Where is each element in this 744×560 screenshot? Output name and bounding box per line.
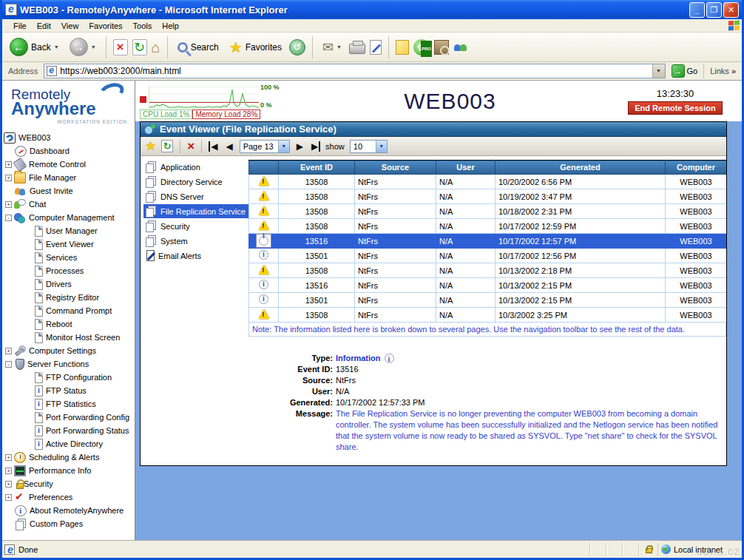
sidebar-item-dashboard[interactable]: Dashboard: [2, 144, 135, 158]
collapse-icon[interactable]: -: [5, 361, 12, 368]
sidebar-item-reboot[interactable]: Reboot: [2, 317, 135, 331]
event-row[interactable]: 13508NtFrsN/A10/13/2002 2:18 PMWEB003: [249, 263, 727, 278]
event-row[interactable]: 13508NtFrsN/A10/17/2002 12:59 PMWEB003: [249, 219, 727, 234]
event-row[interactable]: 13516NtFrsN/A10/17/2002 12:57 PMWEB003: [249, 234, 727, 249]
expand-icon[interactable]: +: [5, 175, 12, 181]
close-button[interactable]: ✕: [723, 2, 739, 18]
next-page-button[interactable]: ▶: [295, 141, 305, 152]
icq-button[interactable]: ✿PRO: [413, 39, 430, 55]
forward-dropdown-icon[interactable]: ▼: [91, 44, 96, 50]
sidebar-item-command-prompt[interactable]: Command Prompt: [2, 304, 135, 317]
event-row[interactable]: 13501NtFrsN/A10/17/2002 12:56 PMWEB003: [249, 249, 727, 263]
expand-icon[interactable]: +: [5, 348, 12, 354]
sidebar-item-custom-pages[interactable]: Custom Pages: [2, 517, 135, 530]
print-button[interactable]: [349, 44, 365, 54]
previous-page-button[interactable]: ◀: [224, 141, 234, 152]
column-user[interactable]: User: [436, 161, 496, 175]
log-category-application[interactable]: Application: [143, 160, 248, 174]
end-remote-session-button[interactable]: End Remote Session: [628, 101, 722, 115]
sidebar-item-computer-management[interactable]: -Computer Management: [2, 211, 135, 224]
go-button[interactable]: → Go: [669, 64, 701, 78]
sidebar-item-server-functions[interactable]: -Server Functions: [2, 357, 135, 371]
sidebar-item-registry-editor[interactable]: Registry Editor: [2, 291, 135, 304]
expand-icon[interactable]: +: [5, 481, 12, 488]
event-row[interactable]: 13508NtFrsN/A10/18/2002 2:31 PMWEB003: [249, 204, 727, 219]
title-bar[interactable]: WEB003 - RemotelyAnywhere - Microsoft In…: [2, 0, 742, 19]
refresh-button[interactable]: ↻: [132, 39, 147, 55]
sidebar-item-ftp-status[interactable]: FTP Status: [2, 384, 135, 397]
messenger-button[interactable]: [453, 40, 468, 55]
sidebar-item-web003[interactable]: WEB003: [2, 131, 135, 144]
edit-button[interactable]: [370, 40, 382, 55]
favorite-star-icon[interactable]: ★: [145, 138, 156, 154]
mail-dropdown-icon[interactable]: ▼: [337, 44, 342, 50]
detail-value[interactable]: Information: [336, 353, 394, 364]
last-page-button[interactable]: ▶: [310, 141, 320, 152]
home-button[interactable]: ⌂: [152, 40, 160, 55]
expand-icon[interactable]: +: [5, 494, 12, 501]
column-computer[interactable]: Computer: [666, 161, 727, 175]
collapse-icon[interactable]: -: [5, 215, 12, 221]
sidebar-item-guest-invite[interactable]: Guest Invite: [2, 184, 135, 198]
sidebar-item-remote-control[interactable]: +Remote Control: [2, 158, 135, 171]
sidebar-item-drivers[interactable]: Drivers: [2, 277, 135, 291]
sidebar-item-port-forwarding-status[interactable]: Port Forwarding Status: [2, 424, 135, 437]
menu-item-edit[interactable]: Edit: [32, 21, 56, 31]
show-count-select[interactable]: 10 ▼: [350, 140, 388, 153]
address-input[interactable]: https://web003:2000/main.html ▼: [44, 64, 665, 78]
forward-button[interactable]: → ▼: [67, 36, 99, 58]
column-generated[interactable]: Generated: [496, 161, 666, 175]
favorites-button[interactable]: ★ Favorites: [226, 37, 285, 58]
sidebar-item-ftp-statistics[interactable]: FTP Statistics: [2, 397, 135, 411]
event-row[interactable]: 13516NtFrsN/A10/13/2002 2:15 PMWEB003: [249, 278, 727, 293]
expand-icon[interactable]: +: [5, 454, 12, 461]
sidebar-item-services[interactable]: Services: [2, 251, 135, 264]
back-dropdown-icon[interactable]: ▼: [54, 44, 59, 50]
address-dropdown-icon[interactable]: ▼: [652, 64, 665, 78]
search-button[interactable]: Search: [175, 41, 222, 54]
minimize-button[interactable]: _: [689, 2, 705, 18]
sidebar-item-monitor-host-screen[interactable]: Monitor Host Screen: [2, 331, 135, 344]
mail-button[interactable]: ✉ ▼: [319, 38, 345, 57]
restore-button[interactable]: ❐: [706, 2, 722, 18]
expand-icon[interactable]: +: [5, 161, 12, 168]
column-source[interactable]: Source: [355, 161, 436, 175]
log-category-email-alerts[interactable]: Email Alerts: [143, 249, 248, 263]
menu-item-file[interactable]: File: [8, 21, 32, 31]
event-row[interactable]: 13508NtFrsN/A10/20/2002 6:56 PMWEB003: [249, 175, 727, 189]
sidebar-item-ftp-configuration[interactable]: FTP Configuration: [2, 371, 135, 384]
history-button[interactable]: ↺: [289, 39, 305, 55]
sidebar-item-port-forwarding-config[interactable]: Port Forwarding Config: [2, 411, 135, 424]
log-category-security[interactable]: Security: [143, 219, 248, 233]
column-event-id[interactable]: Event ID: [279, 161, 355, 175]
sidebar-item-chat[interactable]: +Chat: [2, 198, 135, 211]
expand-icon[interactable]: +: [5, 468, 12, 474]
first-page-button[interactable]: ◀: [209, 141, 219, 152]
sidebar-item-preferences[interactable]: +Preferences: [2, 490, 135, 504]
show-select-arrow-icon[interactable]: ▼: [376, 141, 387, 152]
menu-item-tools[interactable]: Tools: [128, 21, 158, 31]
sidebar-item-scheduling-alerts[interactable]: +Scheduling & Alerts: [2, 451, 135, 464]
stop-button[interactable]: ×: [113, 39, 128, 55]
menu-item-favorites[interactable]: Favorites: [84, 21, 127, 31]
expand-icon[interactable]: +: [5, 201, 12, 208]
discuss-button[interactable]: [396, 40, 409, 55]
page-select[interactable]: Page 13 ▼: [240, 140, 290, 153]
links-button[interactable]: Links »: [703, 64, 739, 78]
delete-events-button[interactable]: ×: [187, 139, 195, 154]
sidebar-item-processes[interactable]: Processes: [2, 264, 135, 277]
column-severity-icon[interactable]: [249, 161, 279, 175]
sidebar-item-performance-info[interactable]: +Performance Info: [2, 464, 135, 477]
back-button[interactable]: ← Back ▼: [7, 36, 62, 58]
log-category-dns-server[interactable]: DNS Server: [143, 189, 248, 203]
event-row[interactable]: 13508NtFrsN/A10/19/2002 3:47 PMWEB003: [249, 189, 727, 204]
sidebar-item-file-manager[interactable]: +File Manager: [2, 171, 135, 184]
sidebar-item-security[interactable]: +Security: [2, 477, 135, 490]
event-row[interactable]: 13508NtFrsN/A10/3/2002 3:25 PMWEB003: [249, 308, 727, 323]
menu-item-view[interactable]: View: [56, 21, 84, 31]
sidebar-item-about-remotelyanywhere[interactable]: About RemotelyAnywhere: [2, 504, 135, 517]
log-category-file-replication-service[interactable]: File Replication Service: [143, 204, 248, 218]
sidebar-item-active-directory[interactable]: Active Directory: [2, 437, 135, 451]
sidebar-item-computer-settings[interactable]: +Computer Settings: [2, 344, 135, 357]
sidebar-item-event-viewer[interactable]: Event Viewer: [2, 237, 135, 251]
